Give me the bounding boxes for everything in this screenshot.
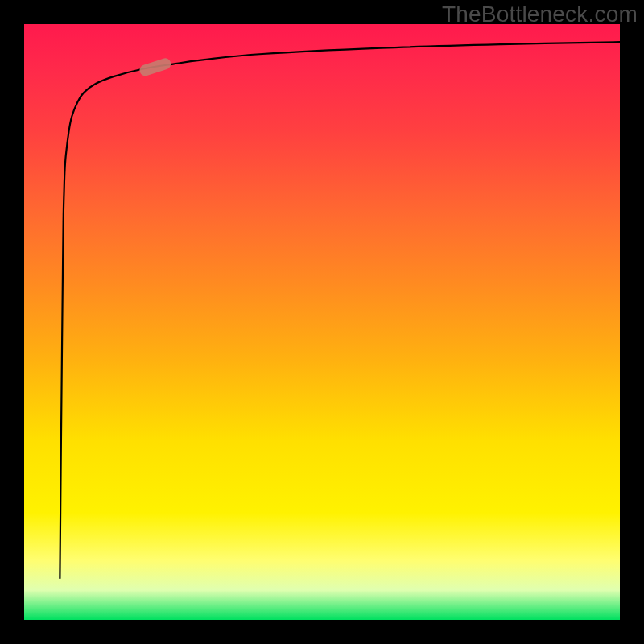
chart-marker xyxy=(138,56,172,77)
svg-rect-0 xyxy=(138,56,172,77)
chart-svg xyxy=(24,24,620,620)
chart-curve xyxy=(60,42,620,578)
